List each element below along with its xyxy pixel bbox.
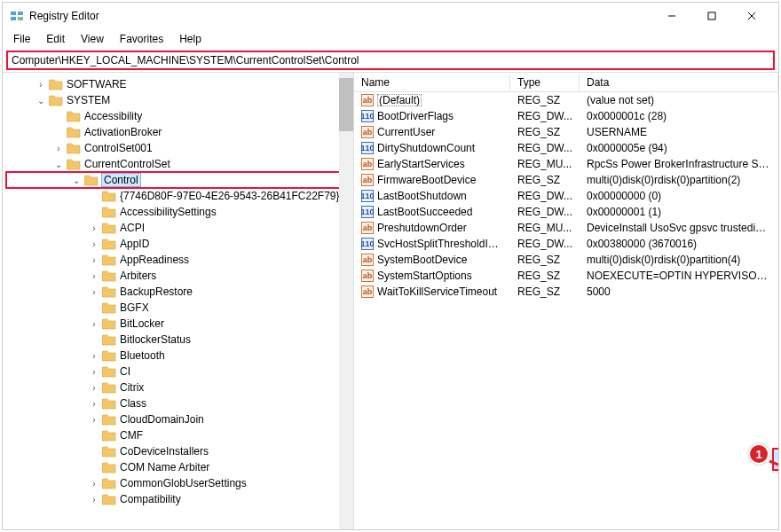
value-row[interactable]: 110LastBootShutdownREG_DW...0x00000000 (… xyxy=(354,188,778,204)
expand-toggle-icon[interactable]: › xyxy=(88,239,100,249)
menu-view[interactable]: View xyxy=(74,31,111,47)
tree-node-currentcontrolset[interactable]: ⌄CurrentControlSet xyxy=(6,156,353,172)
menu-edit[interactable]: Edit xyxy=(39,31,72,47)
folder-icon xyxy=(102,207,116,218)
registry-editor-window: Registry Editor File Edit View Favorites… xyxy=(2,2,779,530)
folder-icon xyxy=(49,79,63,90)
value-row[interactable]: abEarlyStartServicesREG_MU...RpcSs Power… xyxy=(354,156,778,172)
tree-node-clouddomainjoin[interactable]: ›CloudDomainJoin xyxy=(6,411,353,427)
value-row[interactable]: abCurrentUserREG_SZUSERNAME xyxy=(354,124,778,140)
folder-icon xyxy=(67,127,81,138)
col-name[interactable]: Name xyxy=(354,74,510,90)
folder-icon xyxy=(49,95,63,106)
tree-node-class[interactable]: ›Class xyxy=(6,395,353,411)
expand-toggle-icon[interactable]: › xyxy=(88,415,100,425)
values-pane[interactable]: Name Type Data ab(Default)REG_SZ(value n… xyxy=(354,73,778,529)
tree-label: BGFX xyxy=(120,301,149,314)
value-row[interactable]: abFirmwareBootDeviceREG_SZmulti(0)disk(0… xyxy=(354,172,778,188)
value-row[interactable]: abSystemBootDeviceREG_SZmulti(0)disk(0)r… xyxy=(354,252,778,268)
tree-node-bitlockerstatus[interactable]: BitlockerStatus xyxy=(6,332,353,348)
tree-node-arbiters[interactable]: ›Arbiters xyxy=(6,268,353,284)
tree-node-accessibility[interactable]: Accessibility xyxy=(6,108,353,124)
svg-rect-2 xyxy=(11,17,16,20)
value-name: EarlyStartServices xyxy=(377,158,465,170)
menu-file[interactable]: File xyxy=(6,31,37,47)
expand-toggle-icon[interactable]: ⌄ xyxy=(70,176,83,185)
value-type: REG_DW... xyxy=(510,190,580,202)
value-type: REG_DW... xyxy=(510,238,580,250)
tree-node-compatibility[interactable]: ›Compatibility xyxy=(6,491,353,507)
value-row[interactable]: 110BootDriverFlagsREG_DW...0x0000001c (2… xyxy=(354,108,778,124)
tree-node-activationbroker[interactable]: ActivationBroker xyxy=(6,124,353,140)
expand-toggle-icon[interactable]: › xyxy=(88,351,100,361)
tree-node-system[interactable]: ⌄SYSTEM xyxy=(6,92,353,108)
minimize-button[interactable] xyxy=(651,3,691,29)
expand-toggle-icon[interactable]: › xyxy=(88,255,100,265)
tree-label: AppID xyxy=(120,238,149,250)
value-row[interactable]: 110LastBootSucceededREG_DW...0x00000001 … xyxy=(354,204,778,220)
expand-toggle-icon[interactable]: › xyxy=(88,223,100,233)
expand-toggle-icon[interactable]: › xyxy=(88,367,100,377)
expand-toggle-icon[interactable]: › xyxy=(88,383,100,393)
folder-icon xyxy=(102,270,116,282)
value-row[interactable]: abPreshutdownOrderREG_MU...DeviceInstall… xyxy=(354,220,778,236)
value-row[interactable]: ab(Default)REG_SZ(value not set) xyxy=(354,92,778,108)
tree-node-comnamearbiter[interactable]: COM Name Arbiter xyxy=(6,459,353,475)
menu-help[interactable]: Help xyxy=(172,31,209,47)
tree-node-guid[interactable]: {7746D80F-97E0-4E26-9543-26B41FC22F79} xyxy=(6,188,353,204)
expand-toggle-icon[interactable]: ⌄ xyxy=(35,96,47,106)
tree-node-software[interactable]: ›SOFTWARE xyxy=(6,76,353,92)
tree-node-codeviceinstallers[interactable]: CoDeviceInstallers xyxy=(6,443,353,459)
tree-pane[interactable]: ›SOFTWARE⌄SYSTEMAccessibilityActivationB… xyxy=(3,73,354,529)
window-title: Registry Editor xyxy=(29,10,651,22)
tree-node-control[interactable]: ⌄Control xyxy=(6,172,353,188)
tree-node-commonglobusersettings[interactable]: ›CommonGlobUserSettings xyxy=(6,475,353,491)
value-data: 0x00000000 (0) xyxy=(580,190,778,202)
value-string-icon: ab xyxy=(361,222,374,234)
folder-icon xyxy=(102,366,116,378)
expand-toggle-icon[interactable]: › xyxy=(88,399,100,409)
tree-node-appreadiness[interactable]: ›AppReadiness xyxy=(6,252,353,268)
tree-node-bitlocker[interactable]: ›BitLocker xyxy=(6,316,353,332)
tree-node-bluetooth[interactable]: ›Bluetooth xyxy=(6,348,353,364)
value-name: SystemStartOptions xyxy=(377,270,472,282)
value-data: multi(0)disk(0)rdisk(0)partition(4) xyxy=(580,254,778,266)
expand-toggle-icon[interactable]: › xyxy=(88,287,100,297)
tree-node-acpi[interactable]: ›ACPI xyxy=(6,220,353,236)
menu-favorites[interactable]: Favorites xyxy=(113,31,170,47)
value-row[interactable]: 110SvcHostSplitThresholdInKBREG_DW...0x0… xyxy=(354,236,778,252)
folder-icon xyxy=(102,382,116,394)
expand-toggle-icon[interactable]: › xyxy=(35,80,47,90)
expand-toggle-icon[interactable]: › xyxy=(88,319,100,329)
value-row[interactable]: abSystemStartOptionsREG_SZ NOEXECUTE=OPT… xyxy=(354,268,778,284)
tree-node-ci[interactable]: ›CI xyxy=(6,364,353,379)
value-type: REG_SZ xyxy=(510,270,580,282)
expand-toggle-icon[interactable]: › xyxy=(88,271,100,281)
tree-node-appid[interactable]: ›AppID xyxy=(6,236,353,252)
maximize-button[interactable] xyxy=(691,3,731,29)
tree-node-cmf[interactable]: CMF xyxy=(6,427,353,443)
svg-rect-5 xyxy=(708,12,715,20)
folder-icon xyxy=(102,191,116,202)
tree-scrollbar[interactable] xyxy=(339,73,353,529)
value-row[interactable]: 110DirtyShutdownCountREG_DW...0x0000005e… xyxy=(354,140,778,156)
col-data[interactable]: Data xyxy=(580,74,778,90)
expand-toggle-icon[interactable]: ⌄ xyxy=(52,160,65,169)
expand-toggle-icon[interactable]: › xyxy=(52,144,65,153)
scrollbar-thumb[interactable] xyxy=(339,78,353,131)
tree-node-citrix[interactable]: ›Citrix xyxy=(6,379,353,395)
tree-node-bgfx[interactable]: BGFX xyxy=(6,300,353,316)
expand-toggle-icon[interactable]: › xyxy=(88,479,100,489)
tree-node-accessibilitysettings[interactable]: AccessibilitySettings xyxy=(6,204,353,220)
folder-icon xyxy=(102,334,116,346)
col-type[interactable]: Type xyxy=(510,74,580,90)
folder-icon xyxy=(102,462,116,473)
value-type: REG_SZ xyxy=(510,126,580,138)
tree-node-controlset001[interactable]: ›ControlSet001 xyxy=(6,140,353,156)
value-row[interactable]: abWaitToKillServiceTimeoutREG_SZ5000 xyxy=(354,284,778,300)
close-button[interactable] xyxy=(731,3,771,29)
tree-node-backuprestore[interactable]: ›BackupRestore xyxy=(6,284,353,300)
address-bar[interactable]: Computer\HKEY_LOCAL_MACHINE\SYSTEM\Curre… xyxy=(6,51,775,70)
value-name: LastBootSucceeded xyxy=(377,206,472,218)
expand-toggle-icon[interactable]: › xyxy=(88,495,100,505)
